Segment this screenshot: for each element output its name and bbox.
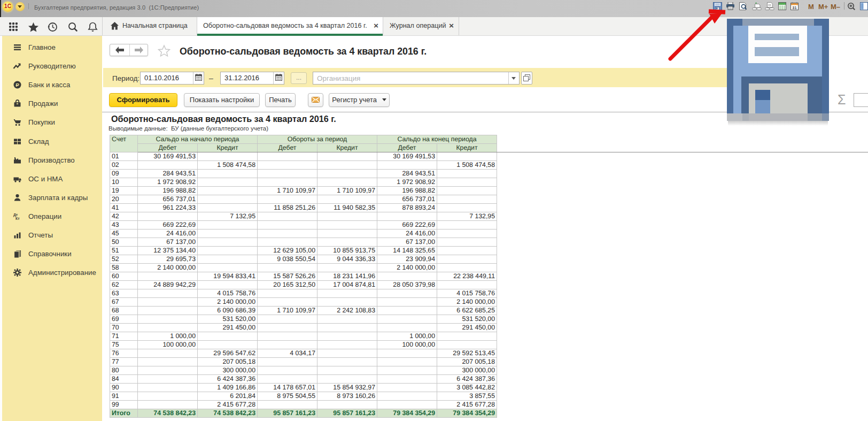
- svg-text:31: 31: [792, 5, 796, 10]
- svg-text:Кт: Кт: [15, 217, 20, 220]
- svg-text:P: P: [16, 82, 20, 88]
